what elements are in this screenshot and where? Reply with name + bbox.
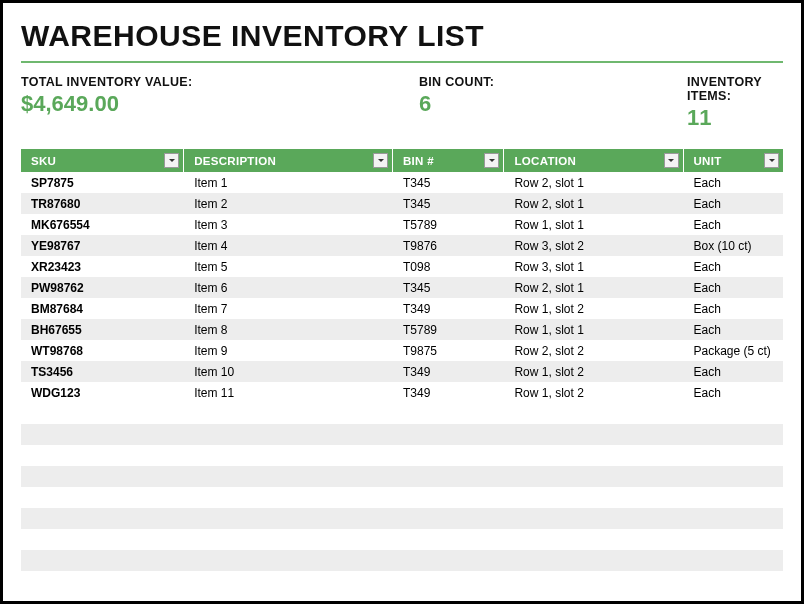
empty-cell bbox=[21, 550, 184, 571]
empty-cell bbox=[184, 508, 393, 529]
header-unit: UNIT bbox=[684, 149, 784, 172]
empty-cell bbox=[21, 466, 184, 487]
cell-description: Item 9 bbox=[184, 340, 393, 361]
cell-description: Item 7 bbox=[184, 298, 393, 319]
summary-total-label: TOTAL INVENTORY VALUE: bbox=[21, 75, 419, 89]
empty-cell bbox=[504, 424, 683, 445]
empty-cell bbox=[21, 529, 184, 550]
table-row[interactable]: TS3456Item 10T349Row 1, slot 2Each bbox=[21, 361, 783, 382]
cell-sku: TS3456 bbox=[21, 361, 184, 382]
summary-bar: TOTAL INVENTORY VALUE: $4,649.00 BIN COU… bbox=[21, 75, 783, 149]
summary-items: INVENTORY ITEMS: 11 bbox=[687, 75, 783, 131]
header-description: DESCRIPTION bbox=[184, 149, 393, 172]
filter-dropdown-icon[interactable] bbox=[664, 153, 679, 168]
empty-cell bbox=[504, 445, 683, 466]
table-row[interactable]: PW98762Item 6T345Row 2, slot 1Each bbox=[21, 277, 783, 298]
empty-cell bbox=[21, 487, 184, 508]
filter-dropdown-icon[interactable] bbox=[764, 153, 779, 168]
cell-description: Item 3 bbox=[184, 214, 393, 235]
empty-cell bbox=[683, 550, 783, 571]
table-row[interactable]: MK676554Item 3T5789Row 1, slot 1Each bbox=[21, 214, 783, 235]
cell-location: Row 2, slot 1 bbox=[504, 172, 683, 193]
empty-row bbox=[21, 529, 783, 550]
cell-sku: WDG123 bbox=[21, 382, 184, 403]
cell-unit: Each bbox=[683, 319, 783, 340]
header-unit-label: UNIT bbox=[694, 155, 722, 167]
cell-unit: Each bbox=[683, 256, 783, 277]
header-location: LOCATION bbox=[504, 149, 683, 172]
cell-sku: XR23423 bbox=[21, 256, 184, 277]
table-row[interactable]: BM87684Item 7T349Row 1, slot 2Each bbox=[21, 298, 783, 319]
cell-description: Item 1 bbox=[184, 172, 393, 193]
table-row[interactable]: SP7875Item 1T345Row 2, slot 1Each bbox=[21, 172, 783, 193]
empty-cell bbox=[393, 508, 504, 529]
table-row[interactable]: TR87680Item 2T345Row 2, slot 1Each bbox=[21, 193, 783, 214]
cell-description: Item 10 bbox=[184, 361, 393, 382]
cell-unit: Box (10 ct) bbox=[683, 235, 783, 256]
header-bin-label: BIN # bbox=[403, 155, 434, 167]
cell-description: Item 4 bbox=[184, 235, 393, 256]
cell-location: Row 1, slot 2 bbox=[504, 361, 683, 382]
cell-description: Item 8 bbox=[184, 319, 393, 340]
empty-cell bbox=[683, 466, 783, 487]
title-divider bbox=[21, 61, 783, 63]
cell-location: Row 3, slot 2 bbox=[504, 235, 683, 256]
summary-items-value: 11 bbox=[687, 105, 783, 131]
page-title: WAREHOUSE INVENTORY LIST bbox=[21, 3, 783, 61]
cell-unit: Each bbox=[683, 172, 783, 193]
empty-cell bbox=[504, 529, 683, 550]
filter-dropdown-icon[interactable] bbox=[484, 153, 499, 168]
table-row[interactable]: WDG123Item 11T349Row 1, slot 2Each bbox=[21, 382, 783, 403]
empty-cell bbox=[184, 529, 393, 550]
empty-cell bbox=[683, 487, 783, 508]
empty-row bbox=[21, 550, 783, 571]
table-row[interactable]: WT98768Item 9T9875Row 2, slot 2Package (… bbox=[21, 340, 783, 361]
header-description-label: DESCRIPTION bbox=[194, 155, 276, 167]
summary-bin-value: 6 bbox=[419, 91, 687, 117]
cell-bin: T9875 bbox=[393, 340, 504, 361]
empty-cell bbox=[21, 445, 184, 466]
header-bin: BIN # bbox=[393, 149, 504, 172]
cell-sku: WT98768 bbox=[21, 340, 184, 361]
inventory-table: SKU DESCRIPTION BIN # LOCATION UNIT SP78… bbox=[21, 149, 783, 592]
cell-sku: MK676554 bbox=[21, 214, 184, 235]
filter-dropdown-icon[interactable] bbox=[164, 153, 179, 168]
table-row[interactable]: XR23423Item 5T098Row 3, slot 1Each bbox=[21, 256, 783, 277]
cell-bin: T345 bbox=[393, 193, 504, 214]
cell-unit: Each bbox=[683, 382, 783, 403]
cell-bin: T5789 bbox=[393, 319, 504, 340]
cell-sku: SP7875 bbox=[21, 172, 184, 193]
empty-cell bbox=[504, 550, 683, 571]
table-row[interactable]: YE98767Item 4T9876Row 3, slot 2Box (10 c… bbox=[21, 235, 783, 256]
empty-cell bbox=[393, 550, 504, 571]
cell-bin: T349 bbox=[393, 361, 504, 382]
empty-cell bbox=[504, 487, 683, 508]
cell-location: Row 1, slot 1 bbox=[504, 214, 683, 235]
cell-unit: Package (5 ct) bbox=[683, 340, 783, 361]
cell-description: Item 2 bbox=[184, 193, 393, 214]
cell-unit: Each bbox=[683, 214, 783, 235]
empty-cell bbox=[683, 571, 783, 592]
summary-total-value: $4,649.00 bbox=[21, 91, 419, 117]
filter-dropdown-icon[interactable] bbox=[373, 153, 388, 168]
cell-sku: BM87684 bbox=[21, 298, 184, 319]
header-sku-label: SKU bbox=[31, 155, 56, 167]
cell-unit: Each bbox=[683, 193, 783, 214]
cell-unit: Each bbox=[683, 277, 783, 298]
empty-cell bbox=[683, 445, 783, 466]
table-row[interactable]: BH67655Item 8T5789Row 1, slot 1Each bbox=[21, 319, 783, 340]
cell-sku: PW98762 bbox=[21, 277, 184, 298]
empty-cell bbox=[683, 508, 783, 529]
empty-row bbox=[21, 466, 783, 487]
empty-cell bbox=[184, 571, 393, 592]
summary-total: TOTAL INVENTORY VALUE: $4,649.00 bbox=[21, 75, 419, 131]
cell-description: Item 11 bbox=[184, 382, 393, 403]
empty-cell bbox=[393, 529, 504, 550]
summary-items-label: INVENTORY ITEMS: bbox=[687, 75, 783, 103]
header-location-label: LOCATION bbox=[514, 155, 576, 167]
cell-location: Row 3, slot 1 bbox=[504, 256, 683, 277]
empty-cell bbox=[393, 466, 504, 487]
empty-cell bbox=[184, 550, 393, 571]
empty-cell bbox=[184, 424, 393, 445]
cell-bin: T349 bbox=[393, 382, 504, 403]
